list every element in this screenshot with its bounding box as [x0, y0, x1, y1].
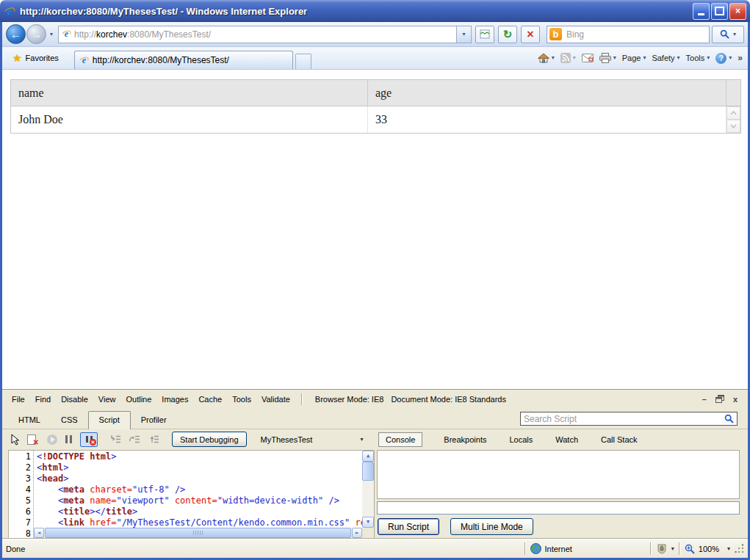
- tools-menu-button[interactable]: Tools ▾: [686, 54, 710, 62]
- devtools-tab-profiler[interactable]: Profiler: [131, 412, 177, 429]
- devtools-menu-file[interactable]: File: [7, 393, 30, 406]
- scroll-up-button[interactable]: ▲: [362, 451, 374, 462]
- scroll-down-button[interactable]: ▼: [362, 517, 374, 528]
- search-options-dropdown[interactable]: ▾: [733, 32, 736, 37]
- command-bar: ▾ ▾ ▾ Page ▾ Safety ▾ Tools: [538, 53, 744, 64]
- script-search-input[interactable]: Search Script: [520, 412, 738, 426]
- panel-tab-watch[interactable]: Watch: [554, 433, 580, 446]
- panel-tab-breakpoints[interactable]: Breakpoints: [442, 433, 488, 446]
- resize-grip-icon[interactable]: [735, 544, 744, 553]
- devtools-tab-script[interactable]: Script: [88, 411, 131, 429]
- print-dropdown[interactable]: ▾: [613, 55, 616, 61]
- command-bar-overflow-chevron[interactable]: »: [738, 53, 743, 63]
- refresh-icon: ↻: [503, 29, 513, 40]
- panel-tab-locals[interactable]: Locals: [508, 433, 534, 446]
- compatibility-view-button[interactable]: [475, 26, 494, 43]
- zoom-control[interactable]: 100% ▾: [685, 544, 730, 554]
- address-input[interactable]: e http://korchev:8080/MyThesesTest/ ▾: [58, 26, 472, 43]
- step-into-button[interactable]: [110, 434, 121, 444]
- grid-header-age[interactable]: age: [368, 80, 726, 106]
- panel-tab-callstack[interactable]: Call Stack: [599, 433, 639, 446]
- code-editor[interactable]: 12345678 <!DOCTYPE html><html><head> <me…: [8, 450, 375, 539]
- code-lines[interactable]: <!DOCTYPE html><html><head> <meta charse…: [34, 451, 362, 528]
- devtools-menu-disable[interactable]: Disable: [56, 393, 93, 406]
- search-input[interactable]: b Bing: [547, 26, 710, 43]
- devtools-menu-view[interactable]: View: [93, 393, 121, 406]
- devtools-menu-tools[interactable]: Tools: [227, 393, 256, 406]
- maximize-button[interactable]: [711, 3, 728, 20]
- continue-button[interactable]: [47, 434, 57, 445]
- step-out-button[interactable]: [148, 434, 159, 444]
- devtools-menu-cache[interactable]: Cache: [193, 393, 227, 406]
- console-output[interactable]: [377, 450, 740, 499]
- grid-scroll-up-button[interactable]: [726, 106, 740, 120]
- code-horizontal-scrollbar[interactable]: ◄ ►: [34, 528, 362, 538]
- home-button[interactable]: ▾: [538, 53, 555, 63]
- horizontal-scroll-thumb[interactable]: [45, 528, 351, 538]
- zoom-dropdown[interactable]: ▾: [727, 546, 730, 552]
- protected-mode-control[interactable]: ▾: [656, 544, 674, 554]
- scrollbar-corner: [362, 528, 374, 538]
- vertical-scroll-track[interactable]: [362, 481, 374, 517]
- devtools-tab-html[interactable]: HTML: [8, 412, 51, 429]
- protected-mode-dropdown[interactable]: ▾: [671, 546, 674, 552]
- grid-data-row[interactable]: John Doe 33: [11, 106, 740, 133]
- devtools-tab-css[interactable]: CSS: [51, 412, 88, 429]
- new-tab-stub[interactable]: [295, 54, 311, 69]
- run-script-button[interactable]: Run Script: [378, 518, 439, 535]
- favorites-button[interactable]: ★ Favorites: [6, 51, 65, 65]
- break-on-error-button[interactable]: ✕: [80, 432, 98, 447]
- forward-button[interactable]: →: [26, 24, 46, 44]
- multi-line-mode-button[interactable]: Multi Line Mode: [450, 518, 533, 535]
- document-mode-menu[interactable]: Document Mode: IE8 Standards: [391, 395, 506, 404]
- scroll-right-button[interactable]: ►: [352, 528, 362, 538]
- address-dropdown-button[interactable]: ▾: [456, 26, 471, 43]
- script-context-dropdown[interactable]: MyThesesTest ▾: [261, 435, 364, 444]
- stop-button[interactable]: ×: [521, 26, 540, 43]
- page-menu-button[interactable]: Page ▾: [622, 54, 646, 62]
- browser-mode-menu[interactable]: Browser Mode: IE8: [315, 395, 384, 404]
- grid-cell-age[interactable]: 33: [368, 106, 726, 133]
- grid-scroll-down-button[interactable]: [726, 120, 740, 133]
- step-over-button[interactable]: [129, 434, 140, 444]
- grid-cell-name[interactable]: John Doe: [11, 106, 368, 133]
- devtools-unpin-button[interactable]: [715, 395, 724, 403]
- vertical-scroll-thumb[interactable]: [362, 462, 374, 481]
- help-menu-dropdown-icon: ▾: [729, 55, 732, 61]
- devtools-menu-outline[interactable]: Outline: [120, 393, 156, 406]
- refresh-button[interactable]: ↻: [498, 26, 517, 43]
- devtools-menu-find[interactable]: Find: [30, 393, 56, 406]
- print-button[interactable]: ▾: [599, 53, 616, 63]
- start-debugging-button[interactable]: Start Debugging: [172, 432, 247, 447]
- read-mail-button[interactable]: [582, 54, 594, 62]
- feeds-button[interactable]: ▾: [560, 53, 576, 63]
- page-menu-dropdown-icon: ▾: [643, 55, 646, 61]
- search-button[interactable]: ▾: [712, 26, 744, 43]
- devtools-minimize-button[interactable]: –: [702, 395, 707, 404]
- devtools-menu-validate[interactable]: Validate: [256, 393, 295, 406]
- browser-tab[interactable]: e http://korchev:8080/MyThesesTest/: [74, 51, 293, 69]
- break-all-button[interactable]: [65, 435, 72, 443]
- code-vertical-scrollbar[interactable]: ▲ ▼: [362, 451, 374, 538]
- safety-menu-button[interactable]: Safety ▾: [652, 54, 679, 62]
- console-input[interactable]: [377, 501, 740, 514]
- window-title: http://korchev:8080/MyThesesTest/ - Wind…: [20, 6, 691, 17]
- recent-pages-dropdown[interactable]: ▾: [50, 32, 53, 37]
- back-button[interactable]: ←: [6, 24, 26, 44]
- home-dropdown[interactable]: ▾: [552, 55, 555, 61]
- grid-header-name[interactable]: name: [11, 80, 368, 106]
- chevron-down-icon: [730, 124, 737, 128]
- panel-tab-console[interactable]: Console: [378, 432, 422, 447]
- security-zone[interactable]: Internet: [530, 543, 646, 554]
- feeds-dropdown[interactable]: ▾: [573, 55, 576, 61]
- select-element-button[interactable]: [10, 434, 19, 446]
- close-button[interactable]: ×: [729, 3, 746, 20]
- devtools-close-button[interactable]: x: [733, 395, 738, 404]
- minimize-button[interactable]: [693, 3, 710, 20]
- scroll-left-button[interactable]: ◄: [34, 528, 44, 538]
- help-menu-button[interactable]: ? ▾: [715, 53, 732, 64]
- devtools-menu-images[interactable]: Images: [156, 393, 193, 406]
- grid-vertical-scrollbar[interactable]: [726, 106, 740, 133]
- clear-console-button[interactable]: ✕: [27, 434, 36, 445]
- internet-zone-globe-icon: [530, 543, 541, 554]
